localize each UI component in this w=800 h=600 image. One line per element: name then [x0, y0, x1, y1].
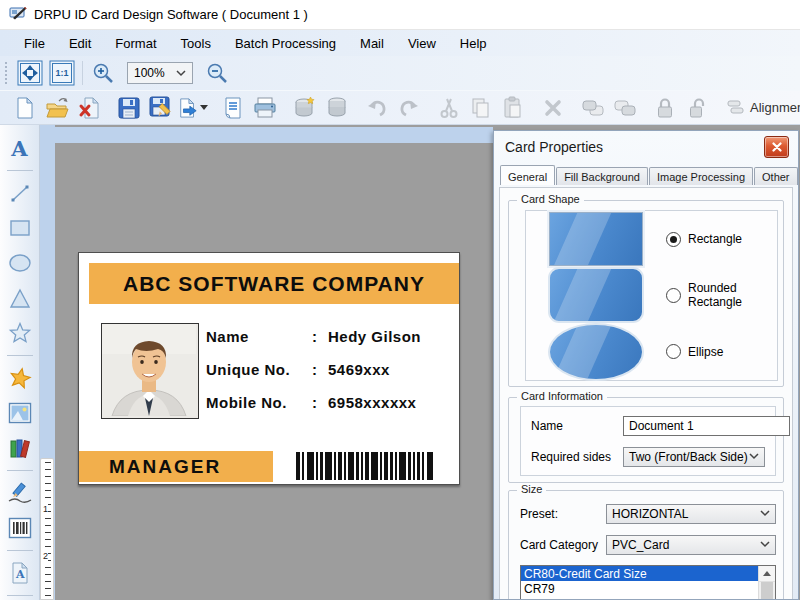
list-item-cr80[interactable]: CR80-Credit Card Size	[521, 566, 759, 581]
actual-size-button[interactable]: 1:1	[46, 58, 78, 88]
tab-fill-background[interactable]: Fill Background	[556, 167, 648, 185]
database-button[interactable]	[321, 93, 353, 123]
rounded-rectangle-radio-option[interactable]: Rounded Rectangle	[666, 281, 777, 309]
preset-value: HORIZONTAL	[612, 507, 688, 521]
card-category-combo[interactable]: PVC_Card	[606, 535, 776, 555]
shape-star-tool[interactable]	[7, 365, 33, 391]
lock-button[interactable]	[649, 93, 681, 123]
scrollbar-thumb[interactable]	[761, 582, 773, 600]
new-document-icon	[14, 96, 36, 120]
card-field-row[interactable]: Name : Hedy Gilson	[206, 320, 453, 353]
watermark-tool[interactable]: A	[7, 560, 33, 586]
main-toolbar: Alignment	[0, 90, 800, 125]
card-header-band[interactable]: ABC SOFTWARE COMPANY	[89, 263, 459, 304]
company-name[interactable]: ABC SOFTWARE COMPANY	[123, 272, 425, 296]
fit-to-window-button[interactable]	[14, 58, 46, 88]
menu-edit[interactable]: Edit	[57, 32, 103, 55]
print-button[interactable]	[249, 93, 281, 123]
barcode-tool[interactable]	[7, 515, 33, 541]
lock-icon	[654, 97, 676, 119]
employee-photo[interactable]	[101, 323, 199, 419]
export-button[interactable]	[177, 93, 209, 123]
card-field-row[interactable]: Unique No. : 5469xxx	[206, 353, 453, 386]
zoom-out-icon	[205, 61, 229, 85]
list-item-cr79[interactable]: CR79	[521, 581, 759, 596]
new-document-button[interactable]	[9, 93, 41, 123]
required-sides-combo[interactable]: Two (Front/Back Side)	[623, 447, 765, 467]
menu-tools[interactable]: Tools	[169, 32, 223, 55]
rounded-rectangle-shape-preview[interactable]	[548, 267, 644, 323]
menu-file[interactable]: File	[12, 32, 57, 55]
menu-format[interactable]: Format	[103, 32, 168, 55]
unlock-button[interactable]	[681, 93, 713, 123]
zoom-level-combo[interactable]: 100%	[127, 62, 193, 84]
name-input[interactable]	[623, 416, 790, 436]
card-field-row[interactable]: Mobile No. : 6958xxxxxx	[206, 386, 453, 419]
scroll-up-button[interactable]	[759, 566, 775, 582]
radio-selected-icon[interactable]	[666, 232, 681, 247]
delete-document-button[interactable]	[73, 93, 105, 123]
paste-button[interactable]	[497, 93, 529, 123]
one-to-one-label: 1:1	[55, 68, 68, 78]
paste-icon	[502, 96, 524, 119]
tab-image-processing[interactable]: Image Processing	[649, 167, 753, 185]
text-tool[interactable]: A	[7, 135, 33, 161]
tab-general[interactable]: General	[500, 165, 555, 185]
library-tool[interactable]	[7, 435, 33, 461]
menu-help[interactable]: Help	[448, 32, 499, 55]
export-dropdown-caret[interactable]	[200, 105, 208, 110]
delete-button[interactable]	[537, 93, 569, 123]
unlock-icon	[686, 97, 708, 119]
ellipse-radio-option[interactable]: Ellipse	[666, 344, 723, 359]
triangle-tool[interactable]	[7, 285, 33, 311]
undo-button[interactable]	[361, 93, 393, 123]
tab-other[interactable]: Other	[754, 167, 798, 185]
radio-icon[interactable]	[666, 288, 681, 303]
zoom-in-button[interactable]	[87, 58, 119, 88]
database-add-button[interactable]	[289, 93, 321, 123]
list-item-cr90[interactable]: CR90-Over Sized	[521, 596, 759, 600]
alignment-button[interactable]: Alignment	[721, 99, 800, 116]
name-label: Name	[531, 419, 623, 433]
panel-title: Card Properties	[505, 139, 603, 155]
bring-to-front-button[interactable]	[577, 93, 609, 123]
barcode-graphic[interactable]	[296, 452, 436, 480]
card-properties-panel: Card Properties General Fill Background …	[493, 130, 799, 600]
card-shape-options: Rectangle Rounded Rectangle	[525, 210, 778, 381]
rectangle-tool[interactable]	[7, 215, 33, 241]
open-button[interactable]	[41, 93, 73, 123]
image-tool[interactable]	[7, 400, 33, 426]
close-button[interactable]	[764, 136, 789, 158]
send-to-back-button[interactable]	[609, 93, 641, 123]
ellipse-tool[interactable]	[7, 250, 33, 276]
cut-button[interactable]	[433, 93, 465, 123]
menu-mail[interactable]: Mail	[348, 32, 396, 55]
ellipse-shape-preview[interactable]	[548, 323, 644, 381]
print-icon	[253, 97, 277, 119]
line-tool[interactable]	[7, 180, 33, 206]
palette-separator	[7, 595, 33, 596]
id-card[interactable]: ABC SOFTWARE COMPANY Name	[78, 252, 460, 485]
rectangle-radio-option[interactable]: Rectangle	[666, 232, 742, 247]
toolbar-grip[interactable]	[4, 61, 9, 85]
preset-combo[interactable]: HORIZONTAL	[606, 504, 776, 524]
zoom-out-button[interactable]	[201, 58, 233, 88]
designation-band[interactable]: MANAGER	[79, 451, 273, 482]
save-button[interactable]	[113, 93, 145, 123]
rectangle-shape-preview[interactable]	[549, 212, 643, 266]
save-edit-button[interactable]	[145, 93, 177, 123]
menu-view[interactable]: View	[396, 32, 448, 55]
menu-batch-processing[interactable]: Batch Processing	[223, 32, 348, 55]
radio-icon[interactable]	[666, 344, 681, 359]
zoom-in-icon	[91, 61, 115, 85]
redo-icon	[398, 98, 420, 118]
listbox-scrollbar[interactable]	[758, 566, 775, 600]
field-value: Hedy Gilson	[328, 328, 421, 345]
redo-button[interactable]	[393, 93, 425, 123]
bring-to-front-icon	[581, 98, 605, 118]
signature-tool[interactable]	[7, 480, 33, 506]
print-preview-button[interactable]	[217, 93, 249, 123]
chevron-down-icon	[176, 70, 186, 77]
copy-button[interactable]	[465, 93, 497, 123]
star-tool[interactable]	[7, 320, 33, 346]
